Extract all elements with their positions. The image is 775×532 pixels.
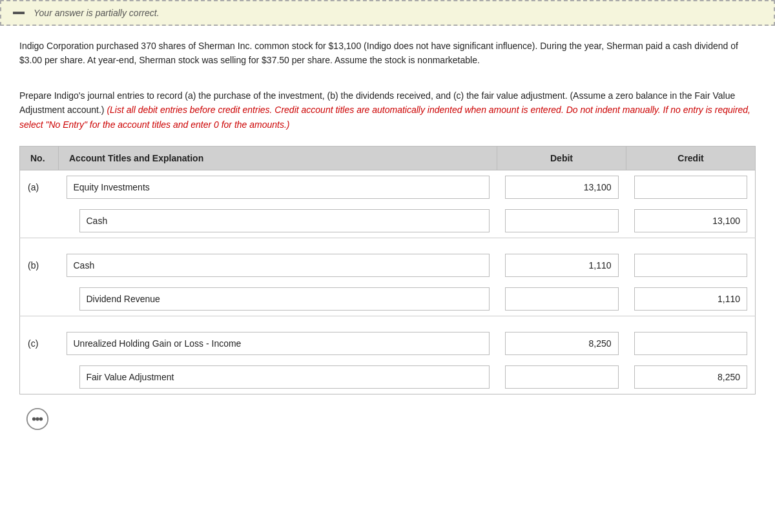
svg-point-2 (36, 417, 39, 420)
row-label-c: (c) (20, 327, 59, 360)
credit-cell-b1 (626, 249, 756, 282)
alert-bar: Your answer is partially correct. (0, 0, 775, 26)
account-cell-a2 (59, 204, 497, 238)
credit-input-b1[interactable] (634, 254, 748, 277)
credit-cell-b2 (626, 282, 756, 316)
spacer-row-bc (20, 316, 756, 327)
debit-cell-a2 (497, 204, 626, 238)
svg-point-1 (32, 417, 36, 420)
debit-input-a2[interactable] (505, 209, 619, 232)
header-credit: Credit (626, 146, 756, 170)
table-row (20, 360, 756, 394)
debit-input-c1[interactable] (505, 332, 619, 355)
credit-input-c2[interactable] (634, 365, 748, 389)
header-debit: Debit (497, 146, 626, 170)
credit-cell-a2 (626, 204, 756, 238)
debit-cell-c1 (497, 327, 626, 360)
account-input-b2[interactable] (79, 287, 490, 311)
journal-table: No. Account Titles and Explanation Debit… (19, 146, 756, 394)
spacer-row-ab (20, 238, 756, 249)
credit-cell-c2 (626, 360, 756, 394)
help-icon-area (19, 394, 756, 431)
row-label-a2 (20, 204, 59, 238)
debit-input-b1[interactable] (505, 254, 619, 277)
row-label-a: (a) (20, 170, 59, 204)
account-cell-c2 (59, 360, 497, 394)
account-cell-a1 (59, 170, 497, 204)
account-cell-b2 (59, 282, 497, 316)
credit-input-b2[interactable] (634, 287, 748, 311)
row-label-b2 (20, 282, 59, 316)
credit-cell-a1 (626, 170, 756, 204)
credit-input-c1[interactable] (634, 332, 748, 355)
account-input-a1[interactable] (67, 176, 490, 199)
debit-cell-c2 (497, 360, 626, 394)
dash-icon (13, 12, 25, 14)
debit-input-a1[interactable] (505, 176, 619, 199)
problem-paragraph1: Indigo Corporation purchased 370 shares … (19, 39, 756, 68)
debit-input-b2[interactable] (505, 287, 619, 311)
credit-input-a1[interactable] (634, 176, 748, 199)
debit-cell-b2 (497, 282, 626, 316)
row-label-b: (b) (20, 249, 59, 282)
credit-input-a2[interactable] (634, 209, 748, 232)
table-row: (b) (20, 249, 756, 282)
table-row: (a) (20, 170, 756, 204)
debit-input-c2[interactable] (505, 365, 619, 389)
svg-point-3 (39, 417, 43, 420)
row-label-c2 (20, 360, 59, 394)
credit-cell-c1 (626, 327, 756, 360)
help-icon[interactable] (26, 407, 49, 431)
table-row: (c) (20, 327, 756, 360)
account-cell-b1 (59, 249, 497, 282)
account-input-c1[interactable] (67, 332, 490, 355)
header-account: Account Titles and Explanation (59, 146, 497, 170)
alert-text: Your answer is partially correct. (34, 8, 160, 18)
table-row (20, 204, 756, 238)
debit-cell-a1 (497, 170, 626, 204)
table-row (20, 282, 756, 316)
account-input-b1[interactable] (67, 254, 490, 277)
account-input-c2[interactable] (79, 365, 490, 389)
account-input-a2[interactable] (79, 209, 490, 232)
debit-cell-b1 (497, 249, 626, 282)
problem-instructions: Prepare Indigo's journal entries to reco… (19, 88, 756, 132)
header-no: No. (20, 146, 59, 170)
account-cell-c1 (59, 327, 497, 360)
